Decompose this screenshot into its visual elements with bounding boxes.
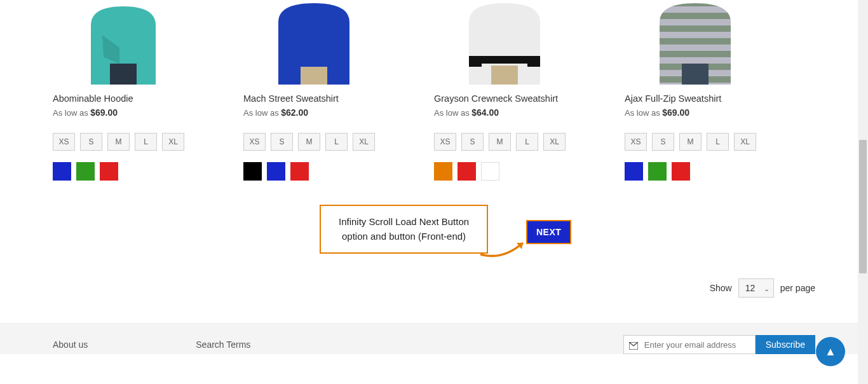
color-swatch-orange[interactable] — [434, 162, 452, 181]
annotation-callout: Infinity Scroll Load Next Button option … — [320, 205, 488, 254]
product-price-row: As low as $69.00 — [625, 107, 803, 118]
page-footer: About us Search Terms Subscribe — [0, 323, 868, 354]
size-swatches: XS S M L XL — [243, 133, 421, 151]
page-limit-select[interactable]: 12 ⌄ — [738, 278, 774, 298]
as-low-as-label: As low as — [53, 108, 88, 118]
size-swatch-xl[interactable]: XL — [162, 133, 184, 151]
product-grid: Abominable Hoodie As low as $69.00 XS S … — [53, 0, 815, 186]
envelope-icon — [629, 341, 638, 352]
product-price: $62.00 — [281, 107, 308, 118]
svg-rect-3 — [301, 67, 327, 85]
color-swatches — [625, 162, 803, 181]
product-price-row: As low as $64.00 — [434, 107, 612, 118]
next-button[interactable]: NEXT — [526, 220, 571, 244]
color-swatches — [53, 162, 231, 181]
size-swatch-m[interactable]: M — [298, 133, 320, 151]
color-swatch-red[interactable] — [458, 162, 476, 181]
as-low-as-label: As low as — [243, 108, 279, 118]
scrollbar-thumb[interactable] — [859, 140, 867, 273]
newsletter-input-wrap — [623, 335, 756, 354]
footer-link-search-terms[interactable]: Search Terms — [196, 339, 250, 350]
product-price-row: As low as $69.00 — [53, 107, 231, 118]
show-label: Show — [710, 283, 732, 293]
color-swatch-red[interactable] — [290, 162, 309, 181]
svg-rect-12 — [682, 64, 709, 85]
product-card: Ajax Full-Zip Sweatshirt As low as $69.0… — [625, 0, 815, 186]
product-card: Mach Street Sweatshirt As low as $62.00 … — [243, 0, 434, 186]
size-swatch-xl[interactable]: XL — [543, 133, 566, 151]
svg-rect-1 — [110, 64, 137, 85]
product-name[interactable]: Ajax Full-Zip Sweatshirt — [625, 93, 803, 104]
size-swatch-s[interactable]: S — [80, 133, 102, 151]
subscribe-button[interactable]: Subscribe — [756, 335, 815, 354]
color-swatch-white[interactable] — [481, 162, 499, 181]
product-price: $69.00 — [662, 107, 689, 118]
product-name[interactable]: Abominable Hoodie — [53, 93, 231, 104]
product-price-row: As low as $62.00 — [243, 107, 421, 118]
size-swatch-l[interactable]: L — [325, 133, 348, 151]
product-card: Grayson Crewneck Sweatshirt As low as $6… — [434, 0, 625, 186]
size-swatch-xs[interactable]: XS — [243, 133, 266, 151]
annotation-area: Infinity Scroll Load Next Button option … — [53, 205, 815, 256]
pager-toolbar: Show 12 ⌄ per page — [53, 278, 815, 298]
svg-rect-8 — [527, 60, 540, 67]
color-swatch-blue[interactable] — [625, 162, 643, 181]
product-image[interactable] — [434, 0, 575, 85]
size-swatch-m[interactable]: M — [489, 133, 511, 151]
size-swatches: XS S M L XL — [434, 133, 612, 151]
size-swatch-m[interactable]: M — [679, 133, 702, 151]
color-swatch-green[interactable] — [648, 162, 667, 181]
product-name[interactable]: Grayson Crewneck Sweatshirt — [434, 93, 612, 104]
size-swatches: XS S M L XL — [53, 133, 231, 151]
page-limit-value: 12 — [745, 283, 756, 293]
size-swatch-xs[interactable]: XS — [434, 133, 456, 151]
size-swatch-s[interactable]: S — [271, 133, 293, 151]
size-swatch-s[interactable]: S — [461, 133, 484, 151]
annotation-line1: Infinity Scroll Load Next Button — [339, 215, 469, 230]
product-price: $69.00 — [90, 107, 118, 118]
size-swatch-xl[interactable]: XL — [734, 133, 756, 151]
annotation-line2: option and button (Front-end) — [339, 230, 469, 244]
as-low-as-label: As low as — [625, 108, 660, 118]
per-page-label: per page — [780, 283, 815, 293]
product-image[interactable] — [243, 0, 384, 85]
color-swatch-blue[interactable] — [53, 162, 71, 181]
size-swatch-xl[interactable]: XL — [353, 133, 375, 151]
newsletter-form: Subscribe — [623, 335, 815, 354]
triangle-up-icon: ▲ — [825, 345, 836, 355]
color-swatches — [434, 162, 612, 181]
size-swatch-xs[interactable]: XS — [53, 133, 75, 151]
color-swatch-red[interactable] — [672, 162, 690, 181]
color-swatches — [243, 162, 421, 181]
size-swatch-l[interactable]: L — [135, 133, 157, 151]
vertical-scrollbar[interactable] — [858, 0, 868, 354]
product-image[interactable] — [53, 0, 194, 85]
chevron-down-icon: ⌄ — [764, 285, 770, 293]
size-swatches: XS S M L XL — [625, 133, 803, 151]
color-swatch-blue[interactable] — [267, 162, 285, 181]
size-swatch-l[interactable]: L — [516, 133, 538, 151]
color-swatch-green[interactable] — [76, 162, 95, 181]
footer-link-about[interactable]: About us — [53, 339, 88, 350]
size-swatch-s[interactable]: S — [652, 133, 674, 151]
color-swatch-red[interactable] — [100, 162, 118, 181]
product-name[interactable]: Mach Street Sweatshirt — [243, 93, 421, 104]
newsletter-email-input[interactable] — [643, 339, 755, 350]
size-swatch-m[interactable]: M — [107, 133, 130, 151]
size-swatch-l[interactable]: L — [707, 133, 729, 151]
product-price: $64.00 — [471, 107, 499, 118]
svg-rect-6 — [491, 65, 518, 85]
svg-rect-7 — [469, 60, 482, 67]
as-low-as-label: As low as — [434, 108, 470, 118]
size-swatch-xs[interactable]: XS — [625, 133, 647, 151]
product-image[interactable] — [625, 0, 766, 85]
product-card: Abominable Hoodie As low as $69.00 XS S … — [53, 0, 243, 186]
color-swatch-black[interactable] — [243, 162, 262, 181]
